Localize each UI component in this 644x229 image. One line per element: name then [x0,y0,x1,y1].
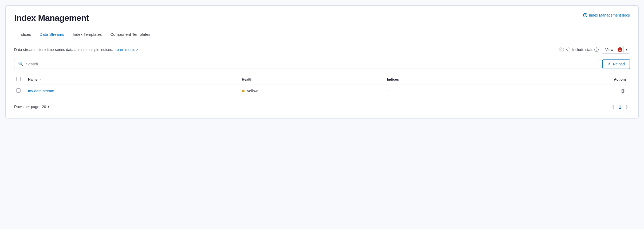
toolbar-description: Data streams store time-series data acro… [14,48,139,52]
row-name-cell: my-data-stream [25,85,239,97]
learn-more-label: Learn more. [115,48,135,52]
tab-index-templates[interactable]: Index Templates [68,29,106,40]
page-title: Index Management [14,13,89,23]
row-health-cell: yellow [239,85,384,97]
tab-indices[interactable]: Indices [14,29,36,40]
include-stats-label: Include stats ? [572,48,599,52]
stream-name-link[interactable]: my-data-stream [28,89,54,93]
toggle-dot [560,48,564,52]
rows-per-page-value: 20 [42,105,46,109]
health-dot [242,90,245,92]
rows-per-page-control[interactable]: Rows per page: 20 ▾ [14,105,49,109]
docs-link-label: Index Management docs [589,13,630,17]
reload-button[interactable]: ↺ Reload [602,59,630,69]
col-health: Health [239,74,384,85]
col-actions: Actions [504,74,630,85]
prev-page-button[interactable]: ❮ [610,104,617,110]
tab-data-streams[interactable]: Data Streams [36,29,69,40]
docs-link[interactable]: ? Index Management docs [583,13,630,17]
data-table: Name ↑ Health Indices Actions [14,74,630,97]
view-chevron-icon: ▾ [623,46,630,53]
rows-per-page-label: Rows per page: [14,105,40,109]
table-row: my-data-stream yellow 1 🗑 [14,85,630,97]
pagination-controls: ❮ 1 ❯ [610,104,630,110]
learn-more-link[interactable]: Learn more. ↗ [115,48,138,52]
table-body: my-data-stream yellow 1 🗑 [14,85,630,97]
row-indices-cell: 1 [384,85,504,97]
include-stats-toggle[interactable]: ✕ [559,47,570,52]
search-box: 🔍 [14,59,599,69]
rows-per-page-chevron-icon: ▾ [48,105,49,109]
row-checkbox[interactable] [16,88,21,93]
col-indices: Indices [384,74,504,85]
view-badge: 1 [618,47,622,52]
tabs-container: Indices Data Streams Index Templates Com… [14,29,630,40]
sort-icon: ↑ [40,78,41,81]
external-link-icon: ↗ [136,48,139,52]
table-header: Name ↑ Health Indices Actions [14,74,630,85]
page-header: Index Management ? Index Management docs [14,13,630,23]
tab-component-templates[interactable]: Component Templates [106,29,155,40]
indices-link[interactable]: 1 [387,89,389,93]
help-icon[interactable]: ? [594,48,599,52]
toolbar: Data streams store time-series data acro… [14,46,630,54]
toolbar-right: ✕ Include stats ? View 1 ▾ [559,46,630,54]
select-all-header [14,74,25,85]
pagination-row: Rows per page: 20 ▾ ❮ 1 ❯ [14,101,630,110]
page-container: Index Management ? Index Management docs… [5,5,639,119]
search-reload-row: 🔍 ↺ Reload [14,59,630,69]
toggle-x-icon: ✕ [565,48,568,52]
row-actions-cell: 🗑 [504,85,630,97]
current-page-number[interactable]: 1 [619,105,621,109]
reload-label: Reload [613,62,625,66]
select-all-checkbox[interactable] [16,77,21,81]
include-stats-toggle-container: ✕ Include stats ? [559,47,599,52]
search-input[interactable] [26,62,595,66]
view-button[interactable]: View 1 ▾ [602,46,630,54]
row-checkbox-cell [14,85,25,97]
reload-icon: ↺ [607,62,611,66]
table-header-row: Name ↑ Health Indices Actions [14,74,630,85]
col-name[interactable]: Name ↑ [25,74,239,85]
delete-icon[interactable]: 🗑 [620,87,627,94]
docs-icon: ? [583,13,587,17]
description-text: Data streams store time-series data acro… [14,48,113,52]
next-page-button[interactable]: ❯ [623,104,630,110]
search-icon: 🔍 [18,61,23,66]
health-value: yellow [247,89,258,93]
view-button-label: View [602,46,616,53]
